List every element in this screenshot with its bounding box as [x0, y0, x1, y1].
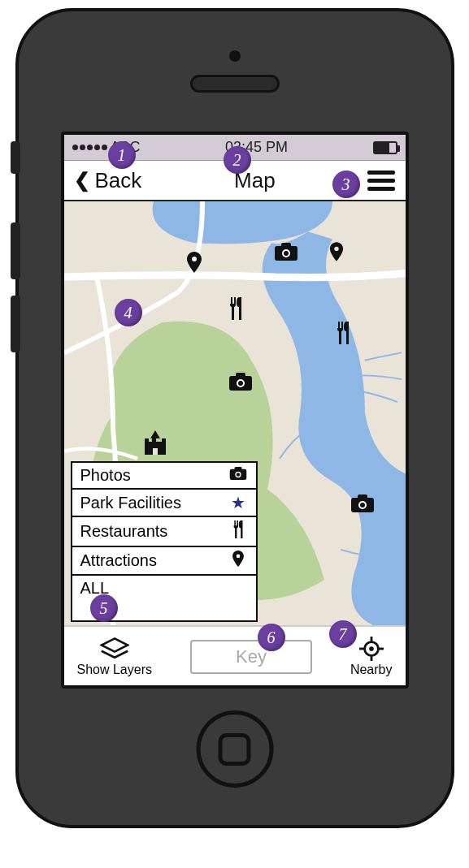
star-icon: ★ [228, 493, 248, 512]
pin-icon[interactable] [329, 242, 344, 265]
map-canvas[interactable]: Photos Park Facilities ★ Restaurants [64, 201, 406, 625]
fork-knife-icon[interactable] [227, 297, 245, 323]
volume-down [11, 296, 20, 352]
svg-rect-16 [358, 494, 367, 499]
phone-frame: 1 2 3 4 5 6 7 ABC 03:45 PM [15, 8, 454, 828]
back-label: Back [95, 168, 142, 193]
layer-row-restaurants[interactable]: Restaurants [72, 517, 256, 547]
signal-dots-icon [72, 145, 107, 150]
battery-icon [373, 141, 397, 154]
menu-button[interactable] [367, 171, 395, 191]
layer-label: Attractions [80, 551, 157, 570]
mute-switch [11, 141, 20, 174]
layer-label: Park Facilities [80, 494, 181, 512]
svg-marker-23 [102, 638, 128, 651]
pin-icon[interactable] [186, 252, 202, 276]
svg-rect-12 [162, 438, 166, 443]
annotation-4: 4 [115, 299, 142, 326]
nearby-button[interactable]: Nearby [350, 637, 393, 677]
fork-knife-icon[interactable] [334, 322, 352, 348]
volume-up [11, 222, 20, 279]
home-button[interactable] [196, 710, 273, 788]
camera-icon[interactable] [228, 372, 253, 395]
layers-icon [100, 637, 129, 661]
key-label: Key [236, 646, 267, 667]
layer-label: Restaurants [80, 522, 168, 541]
show-layers-label: Show Layers [77, 663, 153, 677]
chevron-left-icon: ❮ [74, 169, 90, 192]
key-button[interactable]: Key [190, 640, 312, 674]
svg-rect-20 [234, 467, 241, 470]
svg-rect-6 [236, 373, 245, 378]
svg-point-25 [369, 646, 374, 651]
layer-row-facilities[interactable]: Park Facilities ★ [72, 490, 256, 517]
speaker-grille [190, 75, 280, 93]
annotation-2: 2 [224, 146, 251, 174]
camera-icon[interactable] [350, 494, 375, 516]
svg-point-18 [360, 503, 365, 507]
svg-marker-13 [150, 430, 160, 438]
annotation-1: 1 [108, 141, 136, 169]
annotation-6: 6 [258, 624, 285, 651]
svg-point-22 [236, 473, 239, 476]
svg-rect-11 [152, 438, 156, 443]
back-button[interactable]: ❮ Back [74, 168, 142, 193]
crosshair-icon [357, 637, 386, 661]
castle-icon[interactable] [142, 430, 168, 460]
camera-icon [228, 466, 248, 485]
nearby-label: Nearby [350, 663, 393, 677]
annotation-7: 7 [329, 620, 357, 648]
svg-point-8 [238, 381, 243, 386]
layer-row-attractions[interactable]: Attractions [72, 547, 256, 576]
svg-rect-10 [145, 438, 149, 443]
svg-rect-14 [153, 448, 158, 455]
screen: 1 2 3 4 5 6 7 ABC 03:45 PM [61, 132, 409, 689]
annotation-5: 5 [90, 594, 118, 622]
layer-label: Photos [80, 466, 131, 485]
svg-rect-2 [281, 243, 291, 248]
show-layers-button[interactable]: Show Layers [77, 637, 153, 677]
svg-point-4 [284, 251, 289, 256]
pin-icon [228, 551, 248, 571]
layer-row-photos[interactable]: Photos [72, 463, 256, 490]
front-camera [229, 50, 241, 62]
camera-icon[interactable] [274, 242, 298, 265]
fork-knife-icon [228, 520, 248, 542]
annotation-3: 3 [332, 171, 360, 198]
